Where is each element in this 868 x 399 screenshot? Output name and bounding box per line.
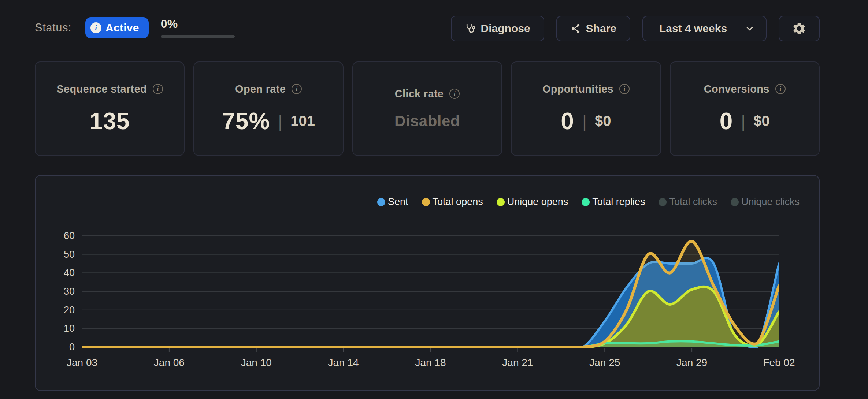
card-value: 135: [90, 108, 130, 135]
diagnose-button-label: Diagnose: [481, 22, 530, 35]
svg-text:10: 10: [64, 323, 75, 334]
card-title: Opportunities: [542, 83, 613, 95]
svg-text:20: 20: [64, 305, 75, 316]
card-conversions: Conversions i 0 | $0: [670, 61, 820, 156]
status-badge-label: Active: [105, 22, 139, 34]
sequence-chart[interactable]: 0102030405060Jan 03Jan 06Jan 10Jan 14Jan…: [36, 176, 820, 392]
share-nodes-icon: [570, 23, 581, 34]
svg-text:40: 40: [64, 267, 75, 278]
progress-block: 0%: [161, 18, 235, 38]
svg-text:50: 50: [64, 249, 75, 260]
card-secondary-value: $0: [753, 113, 770, 129]
card-title: Click rate: [395, 88, 444, 100]
info-icon: i: [90, 22, 101, 33]
area-total-opens: [82, 241, 779, 347]
gear-icon: [792, 21, 806, 36]
date-range-value: Last 4 weeks: [659, 22, 727, 35]
info-icon[interactable]: i: [775, 84, 786, 94]
card-value: 0: [561, 108, 574, 135]
campaign-analytics-page: Status: i Active 0% Diagnose: [0, 0, 868, 399]
stethoscope-icon: [465, 23, 476, 34]
value-divider: |: [278, 111, 282, 131]
progress-percent: 0%: [161, 18, 235, 30]
info-icon[interactable]: i: [153, 84, 163, 94]
card-sequence-started: Sequence started i 135: [35, 61, 185, 156]
card-click-rate: Click rate i Disabled: [352, 61, 502, 156]
value-divider: |: [582, 111, 587, 131]
card-title: Open rate: [235, 83, 286, 95]
settings-button[interactable]: [779, 16, 820, 41]
svg-text:Jan 14: Jan 14: [328, 357, 359, 368]
diagnose-button[interactable]: Diagnose: [451, 16, 544, 41]
card-secondary-value: 101: [290, 113, 315, 129]
progress-bar: [161, 35, 235, 38]
card-title: Sequence started: [56, 83, 147, 95]
svg-text:Jan 29: Jan 29: [676, 357, 707, 368]
chevron-down-icon: [745, 23, 755, 34]
svg-text:30: 30: [64, 286, 75, 297]
chart-card: SentTotal opensUnique opensTotal replies…: [35, 175, 820, 391]
svg-text:Jan 10: Jan 10: [241, 357, 272, 368]
status-label: Status:: [35, 21, 71, 34]
svg-text:Jan 25: Jan 25: [589, 357, 620, 368]
status-badge[interactable]: i Active: [85, 17, 149, 38]
share-button[interactable]: Share: [556, 16, 630, 41]
info-icon[interactable]: i: [449, 89, 460, 99]
share-button-label: Share: [586, 22, 616, 35]
card-value: 75%: [222, 108, 270, 135]
toolbar: Diagnose Share Last 4 weeks: [451, 16, 820, 41]
svg-text:Jan 21: Jan 21: [502, 357, 533, 368]
card-opportunities: Opportunities i 0 | $0: [511, 61, 661, 156]
svg-text:Jan 18: Jan 18: [415, 357, 446, 368]
card-title: Conversions: [704, 83, 769, 95]
card-secondary-value: $0: [595, 113, 611, 129]
status-row: Status: i Active 0%: [35, 15, 235, 41]
date-range-select[interactable]: Last 4 weeks: [642, 16, 767, 41]
svg-text:Feb 02: Feb 02: [763, 357, 795, 368]
value-divider: |: [741, 111, 745, 131]
info-icon[interactable]: i: [292, 84, 302, 94]
svg-text:Jan 06: Jan 06: [154, 357, 185, 368]
svg-text:0: 0: [69, 342, 75, 353]
info-icon[interactable]: i: [619, 84, 630, 94]
card-open-rate: Open rate i 75% | 101: [193, 61, 343, 156]
stat-cards-row: Sequence started i 135 Open rate i 75% |…: [35, 61, 820, 156]
svg-text:60: 60: [64, 230, 75, 241]
card-value-disabled: Disabled: [394, 112, 460, 130]
card-value: 0: [720, 108, 733, 135]
svg-text:Jan 03: Jan 03: [67, 357, 97, 368]
